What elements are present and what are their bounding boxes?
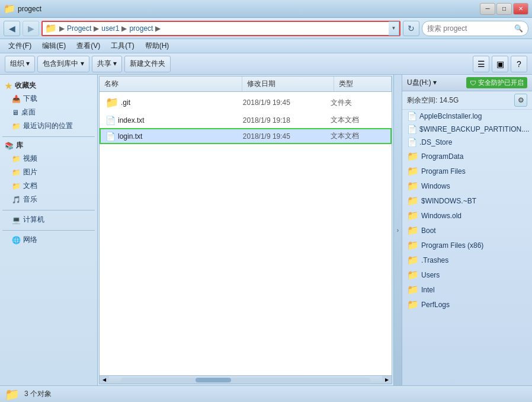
library-header[interactable]: 📚 库	[2, 139, 95, 152]
view-toggle-button[interactable]: ☰	[473, 56, 489, 72]
library-icon: 📚	[5, 142, 14, 150]
sidebar-item-network[interactable]: 🌐 网络	[2, 233, 95, 247]
sidebar-item-download[interactable]: 📥 下载	[2, 92, 95, 106]
status-bar: 📁 3 个对象	[0, 385, 532, 402]
address-box-outer: 📁 ▶ Progect ▶ user1 ▶ progect ▶ ▼	[41, 21, 400, 36]
right-panel: U盘(H:) ▾ 🛡 安全防护已开启 剩余空间: 14.5G ⚙ 📄 Apple…	[402, 75, 532, 385]
folder-icon-programdata: 📁	[407, 151, 419, 162]
right-item-perflogs[interactable]: 📁 PerfLogs	[402, 297, 532, 312]
sidebar-item-documents[interactable]: 📁 文档	[2, 179, 95, 193]
right-item-users[interactable]: 📁 Users	[402, 267, 532, 282]
file-icon-dsstore: 📄	[407, 138, 417, 147]
favorites-header[interactable]: ★ 收藏夹	[2, 79, 95, 92]
close-button[interactable]: ✕	[513, 3, 528, 15]
menu-file[interactable]: 文件(F)	[4, 40, 36, 52]
sidebar-divider-3	[2, 230, 95, 231]
menu-help[interactable]: 帮助(H)	[140, 40, 174, 52]
file-panel-header: 名称 修改日期 类型	[100, 76, 392, 92]
computer-label: 计算机	[23, 215, 44, 225]
sidebar-item-desktop[interactable]: 🖥 桌面	[2, 106, 95, 119]
music-icon: 🎵	[12, 196, 21, 204]
right-item-windows-old[interactable]: 📁 Windows.old	[402, 208, 532, 223]
main-content: ★ 收藏夹 📥 下载 🖥 桌面 📁 最近访问的位置 📚 库	[0, 75, 532, 385]
back-button[interactable]: ◀	[4, 21, 20, 36]
menu-view[interactable]: 查看(V)	[72, 40, 105, 52]
library-label: 库	[16, 141, 23, 151]
title-bar: 📁 progect ─ □ ✕	[0, 0, 532, 18]
include-library-button[interactable]: 包含到库中 ▾	[37, 56, 89, 72]
right-item-programfiles-x86[interactable]: 📁 Program Files (x86)	[402, 238, 532, 253]
right-item-winre[interactable]: 📄 $WINRE_BACKUP_PARTITION....	[402, 123, 532, 136]
refresh-button[interactable]: ↻	[403, 21, 419, 36]
folder-icon-programfiles: 📁	[407, 165, 419, 177]
sidebar-item-music[interactable]: 🎵 音乐	[2, 193, 95, 206]
col-header-date[interactable]: 修改日期	[242, 76, 334, 91]
music-label: 音乐	[23, 194, 37, 205]
folder-icon-git: 📁	[105, 96, 118, 109]
network-icon: 🌐	[12, 236, 21, 244]
computer-icon: 💻	[12, 216, 21, 224]
maximize-button[interactable]: □	[496, 3, 512, 15]
file-list: 📁 .git 2018/1/9 19:45 文件夹 📄 index.txt 20…	[100, 92, 392, 145]
txt-icon-login: 📄	[105, 132, 116, 141]
right-item-programfiles[interactable]: 📁 Program Files	[402, 164, 532, 178]
collapse-handle[interactable]: ›	[393, 75, 402, 385]
right-item-windows[interactable]: 📁 Windows	[402, 178, 532, 193]
sidebar-item-video[interactable]: 📁 视频	[2, 152, 95, 165]
space-label: 剩余空间: 14.5G	[407, 95, 459, 106]
address-dropdown-button[interactable]: ▼	[389, 21, 399, 36]
breadcrumb-user1[interactable]: user1	[101, 24, 119, 33]
right-item-dsstore[interactable]: 📄 .DS_Store	[402, 136, 532, 149]
favorites-section: ★ 收藏夹 📥 下载 🖥 桌面 📁 最近访问的位置	[2, 79, 95, 133]
pictures-label: 图片	[23, 167, 37, 177]
sidebar-item-recent[interactable]: 📁 最近访问的位置	[2, 119, 95, 133]
file-row-git[interactable]: 📁 .git 2018/1/9 19:45 文件夹	[100, 93, 392, 112]
col-header-type[interactable]: 类型	[334, 76, 392, 91]
folder-icon-windows-old: 📁	[407, 210, 419, 221]
folder-icon-windows: 📁	[407, 180, 419, 192]
right-item-boot[interactable]: 📁 Boot	[402, 223, 532, 238]
file-icon-winre: 📄	[407, 125, 417, 134]
right-item-programdata[interactable]: 📁 ProgramData	[402, 149, 532, 164]
breadcrumb-progect[interactable]: Progect	[67, 24, 91, 33]
share-label: 共享 ▾	[97, 59, 117, 69]
file-icon-applebcinstaller: 📄	[407, 111, 417, 121]
file-name-index: 📄 index.txt	[105, 116, 243, 125]
breadcrumb-progect2[interactable]: progect	[129, 24, 153, 33]
drive-label[interactable]: U盘(H:) ▾	[407, 78, 437, 88]
sidebar-item-pictures[interactable]: 📁 图片	[2, 165, 95, 179]
file-name-login: 📄 login.txt	[105, 132, 243, 141]
file-name-git: 📁 .git	[105, 96, 243, 109]
right-item-windows-bt[interactable]: 📁 $WINDOWS.~BT	[402, 193, 532, 208]
minimize-button[interactable]: ─	[480, 3, 495, 15]
file-row-login[interactable]: 📄 login.txt 2018/1/9 19:45 文本文档	[100, 128, 392, 144]
right-item-trashes[interactable]: 📁 .Trashes	[402, 253, 532, 267]
gear-button[interactable]: ⚙	[514, 94, 527, 107]
address-breadcrumb[interactable]: 📁 ▶ Progect ▶ user1 ▶ progect ▶	[43, 23, 389, 34]
desktop-icon: 🖥	[12, 109, 19, 117]
search-box[interactable]: 🔍	[422, 21, 528, 36]
computer-section: 💻 计算机	[2, 213, 95, 226]
sidebar: ★ 收藏夹 📥 下载 🖥 桌面 📁 最近访问的位置 📚 库	[0, 75, 98, 385]
sidebar-item-computer[interactable]: 💻 计算机	[2, 213, 95, 226]
horizontal-scrollbar[interactable]: ◀ ▶	[100, 375, 392, 384]
file-row-index[interactable]: 📄 index.txt 2018/1/9 19:18 文本文档	[100, 112, 392, 128]
share-button[interactable]: 共享 ▾	[92, 56, 122, 72]
new-folder-button[interactable]: 新建文件夹	[124, 56, 171, 72]
organize-button[interactable]: 组织 ▾	[5, 56, 35, 72]
right-item-intel[interactable]: 📁 Intel	[402, 282, 532, 297]
scroll-thumb[interactable]	[196, 378, 231, 382]
forward-button[interactable]: ▶	[23, 21, 39, 36]
help-button[interactable]: ?	[511, 56, 527, 72]
desktop-label: 桌面	[21, 107, 36, 117]
col-header-name[interactable]: 名称	[100, 76, 242, 91]
recent-icon: 📁	[12, 122, 21, 130]
menu-tools[interactable]: 工具(T)	[106, 40, 139, 52]
search-icon: 🔍	[514, 24, 523, 33]
library-section: 📚 库 📁 视频 📁 图片 📁 文档 🎵 音乐	[2, 139, 95, 206]
right-item-applebcinstaller[interactable]: 📄 AppleBcInstaller.log	[402, 110, 532, 123]
search-input[interactable]	[427, 24, 514, 33]
pane-button[interactable]: ▣	[492, 56, 508, 72]
menu-edit[interactable]: 编辑(E)	[37, 40, 70, 52]
network-label: 网络	[23, 235, 37, 245]
